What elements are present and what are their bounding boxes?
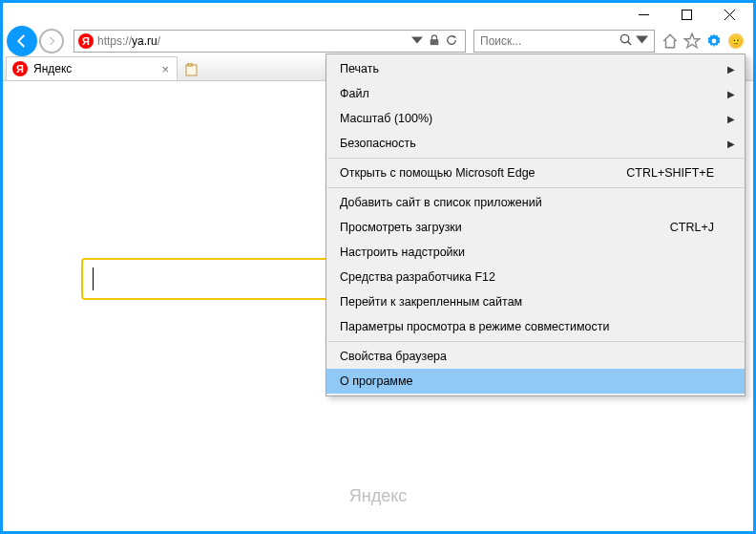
maximize-button[interactable] — [665, 5, 708, 26]
yandex-logo-text: Яндекс — [349, 486, 408, 506]
tab-title: Яндекс — [33, 62, 72, 75]
home-icon[interactable] — [662, 32, 679, 50]
search-dropdown-icon[interactable] — [636, 32, 648, 50]
favorites-icon[interactable] — [683, 32, 701, 50]
svg-rect-5 — [430, 39, 439, 45]
tab-yandex[interactable]: Я Яндекс × — [6, 56, 178, 80]
svg-rect-12 — [186, 65, 197, 75]
menu-safety[interactable]: Безопасность▶ — [326, 131, 745, 156]
chevron-right-icon: ▶ — [727, 64, 735, 75]
chevron-right-icon: ▶ — [727, 89, 735, 99]
search-box[interactable] — [473, 30, 655, 53]
chevron-right-icon: ▶ — [727, 139, 735, 149]
svg-line-8 — [628, 42, 631, 45]
search-icon[interactable] — [620, 32, 632, 50]
svg-marker-6 — [454, 35, 457, 38]
menu-add-app[interactable]: Добавить сайт в список приложений — [326, 190, 745, 215]
yandex-favicon: Я — [78, 33, 94, 49]
menu-zoom[interactable]: Масштаб (100%)▶ — [326, 106, 745, 131]
menu-separator — [327, 158, 744, 159]
svg-marker-9 — [636, 36, 648, 44]
svg-point-7 — [620, 34, 628, 42]
address-controls — [411, 32, 461, 50]
menu-about[interactable]: О программе — [326, 369, 745, 394]
chevron-right-icon: ▶ — [727, 114, 735, 124]
toolbar-icons: 🙂 — [657, 32, 749, 50]
menu-f12[interactable]: Средства разработчика F12 — [326, 265, 745, 289]
menu-pinned[interactable]: Перейти к закрепленным сайтам — [326, 289, 745, 314]
back-button[interactable] — [7, 26, 37, 56]
menu-separator — [327, 187, 744, 188]
smiley-icon[interactable]: 🙂 — [727, 32, 745, 50]
svg-point-11 — [712, 39, 717, 44]
browser-window: Я https://ya.ru/ 🙂 Я — [0, 0, 756, 534]
menu-print[interactable]: Печать▶ — [326, 56, 745, 81]
minimize-button[interactable] — [622, 5, 665, 26]
menu-compat[interactable]: Параметры просмотра в режиме совместимос… — [326, 314, 745, 339]
svg-marker-4 — [411, 36, 423, 43]
titlebar — [3, 3, 753, 27]
new-tab-button[interactable] — [181, 59, 202, 80]
svg-marker-10 — [684, 33, 700, 48]
forward-button[interactable] — [39, 29, 64, 53]
refresh-icon[interactable] — [446, 32, 457, 50]
address-bar[interactable]: Я https://ya.ru/ — [74, 30, 466, 53]
menu-downloads[interactable]: Просмотреть загрузкиCTRL+J — [326, 215, 745, 240]
tools-icon[interactable] — [705, 32, 723, 50]
url-text: https://ya.ru/ — [97, 34, 411, 48]
menu-open-edge[interactable]: Открыть с помощью Microsoft EdgeCTRL+SHI… — [326, 160, 745, 185]
menu-separator — [327, 341, 744, 342]
toolbar: Я https://ya.ru/ 🙂 — [3, 27, 753, 55]
close-button[interactable] — [708, 5, 751, 26]
tab-close-icon[interactable]: × — [159, 62, 171, 76]
svg-rect-1 — [682, 11, 692, 20]
dropdown-icon[interactable] — [411, 32, 423, 50]
menu-properties[interactable]: Свойства браузера — [326, 344, 745, 369]
svg-rect-13 — [188, 63, 192, 66]
lock-icon[interactable] — [429, 32, 440, 50]
menu-file[interactable]: Файл▶ — [326, 81, 745, 106]
tools-menu: Печать▶ Файл▶ Масштаб (100%)▶ Безопаснос… — [326, 53, 746, 396]
menu-addons[interactable]: Настроить надстройки — [326, 240, 745, 265]
search-input[interactable] — [480, 34, 620, 48]
text-cursor — [93, 267, 94, 290]
yandex-favicon: Я — [12, 61, 28, 76]
